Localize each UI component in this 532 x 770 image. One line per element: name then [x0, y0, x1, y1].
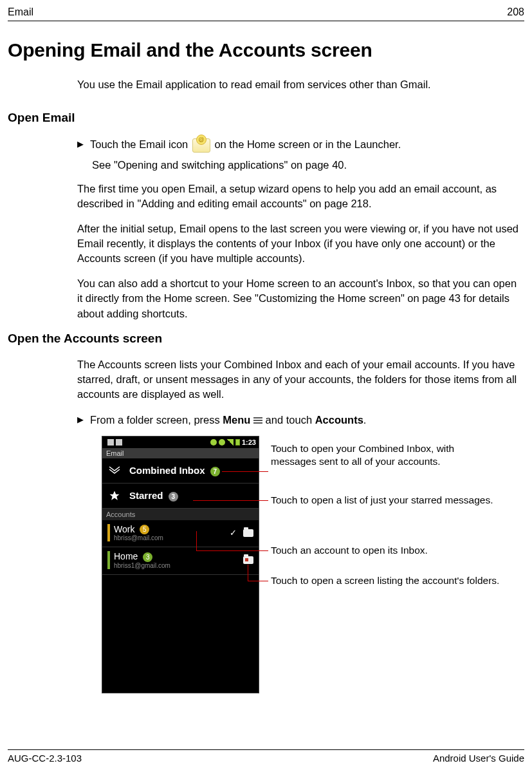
- footer-docid: AUG-CC-2.3-103: [8, 753, 82, 764]
- name-text: Work: [114, 524, 134, 534]
- email-app-icon: [192, 138, 210, 153]
- step-text-pre: Touch the Email icon: [90, 138, 191, 150]
- leader-line: [222, 471, 268, 472]
- account-color-stripe: [107, 551, 110, 569]
- app-title-bar: Email: [102, 448, 259, 458]
- count-badge: 3: [143, 552, 152, 562]
- screenshot-figure: 1:23 Email Combined Inbox 7 Starred 3 Ac…: [102, 436, 524, 693]
- account-row-work[interactable]: Work 5 hbriss@mail.com ✓: [102, 520, 259, 548]
- leader-line: [196, 550, 268, 551]
- page-title: Opening Email and the Accounts screen: [8, 39, 524, 61]
- folder-icon[interactable]: [243, 529, 253, 537]
- see-reference: See "Opening and switching applications"…: [92, 159, 524, 171]
- account-row-home[interactable]: Home 3 hbriss1@gmail.com: [102, 547, 259, 575]
- header-page: 208: [507, 6, 524, 18]
- count-badge: 7: [210, 467, 220, 476]
- section-open-accounts: Open the Accounts screen: [8, 332, 524, 346]
- t1: From a folder screen, press: [90, 414, 223, 426]
- label-text: Combined Inbox: [129, 465, 205, 476]
- account-email: hbriss@mail.com: [114, 534, 230, 541]
- leader-line: [196, 531, 197, 550]
- battery-icon: [235, 439, 240, 446]
- footer-guide: Android User's Guide: [433, 753, 524, 764]
- menu-word: Menu: [223, 414, 250, 426]
- page-footer: AUG-CC-2.3-103 Android User's Guide: [8, 749, 524, 764]
- status-icon: [116, 439, 122, 446]
- leader-line: [248, 581, 268, 581]
- check-icon: ✓: [230, 528, 237, 538]
- step-text: Touch the Email icon on the Home screen …: [90, 136, 401, 153]
- callout-combined-inbox: Touch to open your Combined Inbox, with …: [271, 442, 502, 468]
- star-icon: [107, 490, 122, 502]
- para-shortcut: You can also add a shortcut to your Home…: [77, 276, 524, 321]
- signal-icon: [227, 439, 234, 446]
- step-text-post: on the Home screen or in the Launcher.: [212, 138, 401, 150]
- accounts-word: Accounts: [315, 414, 363, 426]
- header-section: Email: [8, 6, 33, 18]
- step-press-menu: ▶ From a folder screen, press Menu and t…: [77, 412, 524, 428]
- count-badge: 5: [140, 525, 149, 534]
- callout-account-folders: Touch to open a screen listing the accou…: [271, 574, 502, 587]
- sync-icon: [210, 439, 217, 446]
- menu-icon: [253, 417, 262, 425]
- leader-line: [248, 565, 248, 581]
- label-text: Starred: [129, 490, 163, 501]
- clock: 1:23: [242, 438, 256, 446]
- combined-inbox-icon: [107, 465, 122, 476]
- account-email: hbriss1@gmail.com: [114, 562, 243, 569]
- para-after-setup: After the initial setup, Email opens to …: [77, 221, 524, 266]
- sync-icon: [219, 439, 225, 446]
- para-accounts-desc: The Accounts screen lists your Combined …: [77, 357, 524, 402]
- step-touch-email-icon: ▶ Touch the Email icon on the Home scree…: [77, 136, 524, 153]
- account-name: Home 3: [114, 551, 243, 562]
- accounts-header: Accounts: [102, 509, 259, 520]
- starred-row[interactable]: Starred 3: [102, 484, 259, 509]
- t2: and touch: [262, 414, 315, 426]
- bullet-icon: ▶: [77, 139, 84, 149]
- count-badge: 3: [169, 492, 178, 502]
- para-setup-wizard: The first time you open Email, a setup w…: [77, 182, 524, 211]
- bullet-icon: ▶: [77, 415, 84, 424]
- folder-icon[interactable]: [243, 556, 253, 564]
- callout-starred: Touch to open a list of just your starre…: [271, 494, 502, 507]
- t3: .: [363, 414, 367, 426]
- page-header: Email 208: [8, 6, 524, 21]
- callout-account-inbox: Touch an account to open its Inbox.: [271, 544, 502, 557]
- status-bar: 1:23: [102, 437, 259, 448]
- account-name: Work 5: [114, 524, 230, 535]
- combined-inbox-label: Combined Inbox 7: [129, 465, 253, 476]
- leader-line: [193, 500, 268, 501]
- section-open-email: Open Email: [8, 111, 524, 125]
- status-icon: [107, 439, 114, 446]
- intro-text: You use the Email application to read em…: [77, 78, 524, 91]
- step-text: From a folder screen, press Menu and tou…: [90, 412, 366, 428]
- phone-mock: 1:23 Email Combined Inbox 7 Starred 3 Ac…: [102, 436, 259, 693]
- name-text: Home: [114, 551, 138, 561]
- account-color-stripe: [107, 524, 110, 542]
